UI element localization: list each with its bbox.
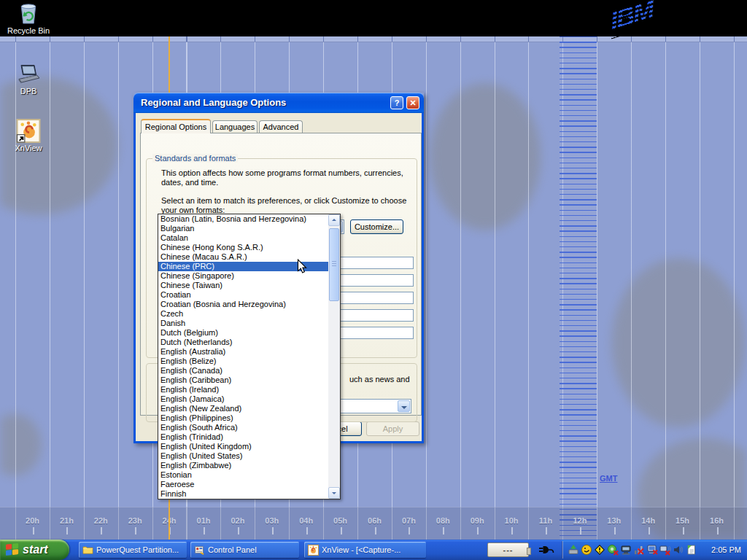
dialog-titlebar[interactable]: Regional and Language Options ? ✕ (133, 93, 424, 113)
xnview-icon (308, 545, 319, 556)
arrow-down-icon (332, 492, 336, 494)
timezone-label: 23h (119, 513, 151, 526)
timezone-top-ruler (0, 36, 747, 42)
task-button-xnview[interactable]: XnView - [<Capture-... (304, 542, 426, 558)
timezone-label: 04h (290, 513, 322, 526)
network-device-tray-icon[interactable] (620, 544, 632, 556)
folder-icon (82, 545, 93, 556)
ac-power-plug-icon (538, 544, 554, 556)
language-list-item[interactable]: Chinese (Taiwan) (158, 281, 328, 290)
control-panel-icon (194, 545, 205, 556)
service-error-tray-icon[interactable] (607, 544, 619, 556)
scrollbar-thumb[interactable] (329, 228, 339, 301)
language-list-item[interactable]: English (United Kingdom) (158, 442, 328, 451)
battery-meter[interactable]: --- (487, 542, 529, 557)
computer-error-tray-icon[interactable] (646, 544, 658, 556)
timezone-label: 21h (50, 513, 82, 526)
messenger-tray-icon[interactable] (581, 544, 592, 556)
task-button-folder[interactable]: PowerQuest Partition... (79, 542, 187, 558)
language-list-item[interactable]: English (Ireland) (158, 385, 328, 394)
language-list-item[interactable]: Czech (158, 309, 328, 319)
timezone-label: 09h (461, 513, 493, 526)
language-list-item[interactable]: Bosnian (Latin, Bosnia and Herzegovina) (158, 214, 328, 224)
close-button[interactable]: ✕ (406, 96, 419, 109)
language-list-item[interactable]: English (Belize) (158, 357, 328, 366)
language-list-item[interactable]: English (Zimbabwe) (158, 461, 328, 470)
timezone-label: 05h (325, 513, 357, 526)
language-list-item[interactable]: English (Caribbean) (158, 376, 328, 385)
language-list-item[interactable]: English (New Zealand) (158, 404, 328, 413)
arrow-up-icon (332, 219, 336, 221)
timezone-label: 03h (256, 513, 288, 526)
desktop-icon-dpb[interactable]: DPB (0, 62, 57, 96)
language-list-item[interactable]: Croatian (158, 290, 328, 300)
windows-flag-icon (5, 543, 20, 556)
timezone-label: 08h (427, 513, 459, 526)
language-list-item[interactable]: English (Canada) (158, 366, 328, 376)
timezone-label: 02h (222, 513, 254, 526)
start-button[interactable]: start (0, 540, 69, 560)
timezone-label: 15h (667, 513, 699, 526)
language-list-item[interactable]: Bulgarian (158, 224, 328, 233)
language-dropdown-list: Bosnian (Latin, Bosnia and Herzegovina) … (158, 214, 341, 499)
dialog-title: Regional and Language Options (141, 93, 286, 112)
tab-regional-options[interactable]: Regional Options (141, 119, 211, 133)
tab-languages[interactable]: Languages (212, 120, 258, 133)
desktop-icon-label: DPB (0, 87, 57, 96)
timezone-label: 12h (564, 513, 596, 526)
language-list-item[interactable]: Faeroese (158, 480, 328, 489)
language-list-item[interactable]: Dutch (Netherlands) (158, 338, 328, 347)
taskbar: start PowerQuest Partition... Control Pa… (0, 540, 747, 560)
language-list-item[interactable]: Estonian (158, 470, 328, 480)
signal-error-tray-icon[interactable] (633, 544, 645, 556)
list-scrollbar[interactable] (328, 214, 340, 499)
alert-diamond-tray-icon[interactable] (594, 544, 605, 556)
taskbar-clock: 2:05 PM (711, 540, 741, 560)
timezone-label: 13h (598, 513, 630, 526)
language-list-item[interactable]: English (Australia) (158, 347, 328, 357)
mouse-cursor (297, 259, 307, 277)
start-label: start (23, 543, 54, 556)
laptop-icon (15, 62, 42, 86)
display-error-tray-icon[interactable] (659, 544, 671, 556)
timezone-scale: 20h 21h 22h 23h 24h 01h 02h 03h 04h 05h … (0, 507, 747, 540)
system-tray: 2:05 PM (562, 540, 747, 560)
language-list-item[interactable]: English (Jamaica) (158, 394, 328, 404)
language-list-item[interactable]: English (South Africa) (158, 423, 328, 432)
language-list-item[interactable]: Finnish (158, 489, 328, 499)
timezone-label: 20h (17, 513, 49, 526)
desktop-icon-xnview[interactable]: XnView (0, 119, 57, 152)
tab-advanced[interactable]: Advanced (259, 120, 303, 133)
chevron-down-icon (401, 406, 407, 412)
language-list-item[interactable]: Danish (158, 319, 328, 328)
help-button[interactable]: ? (390, 96, 403, 109)
location-text-visible: uch as news and (349, 375, 410, 384)
task-button-control-panel[interactable]: Control Panel (190, 542, 299, 558)
timezone-label: 22h (85, 513, 117, 526)
language-list-item[interactable]: Catalan (158, 233, 328, 243)
desktop-icon-recycle-bin[interactable]: Recycle Bin (0, 1, 57, 35)
desktop-icon-label: XnView (0, 144, 57, 152)
volume-tray-icon[interactable] (673, 544, 684, 556)
timezone-label: 16h (701, 513, 733, 526)
group-title: Standards and formats (152, 154, 238, 163)
language-list-item[interactable]: English (Philippines) (158, 413, 328, 423)
language-list-item[interactable]: English (United States) (158, 451, 328, 461)
task-scheduler-tray-icon[interactable] (686, 544, 697, 556)
removable-device-tray-icon[interactable] (568, 544, 579, 556)
language-list-item[interactable]: Chinese (Hong Kong S.A.R.) (158, 243, 328, 252)
timezone-label: 10h (495, 513, 527, 526)
scroll-up-button[interactable] (328, 214, 340, 226)
standards-instruction: Select an item to match its preferences,… (161, 196, 406, 215)
xnview-shortcut-icon (15, 119, 42, 143)
language-list-item[interactable]: English (Trinidad) (158, 432, 328, 442)
combobox-dropdown-button[interactable] (398, 400, 410, 412)
desktop-icon-label: Recycle Bin (0, 26, 57, 35)
gmt-label: GMT (600, 474, 617, 483)
apply-button[interactable]: Apply (366, 421, 419, 436)
language-list-item[interactable]: Dutch (Belgium) (158, 328, 328, 338)
customize-button[interactable]: Customize... (350, 219, 403, 234)
recycle-bin-icon (15, 1, 42, 26)
scroll-down-button[interactable] (328, 487, 340, 499)
language-list-item[interactable]: Croatian (Bosnia and Herzegovina) (158, 300, 328, 309)
